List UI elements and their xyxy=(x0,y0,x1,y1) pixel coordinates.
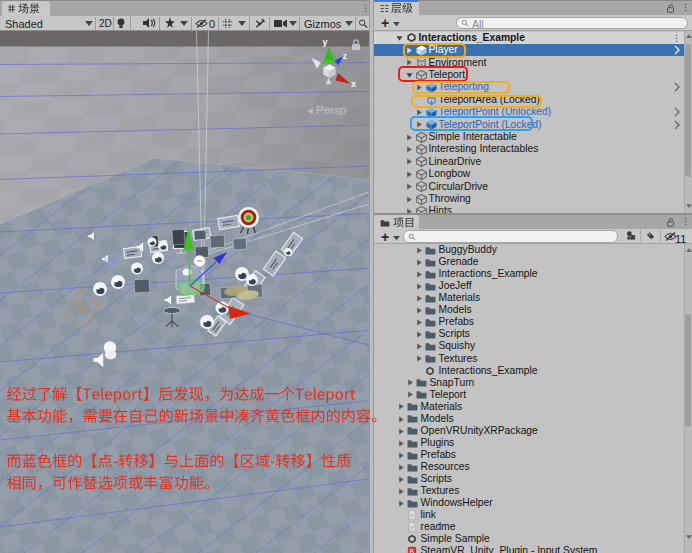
svg-text:◂ Persp: ◂ Persp xyxy=(307,104,346,116)
svg-text:B: B xyxy=(409,548,414,553)
svg-text:y: y xyxy=(323,37,328,47)
svg-text:z: z xyxy=(343,51,348,61)
svg-text:x: x xyxy=(351,79,356,89)
